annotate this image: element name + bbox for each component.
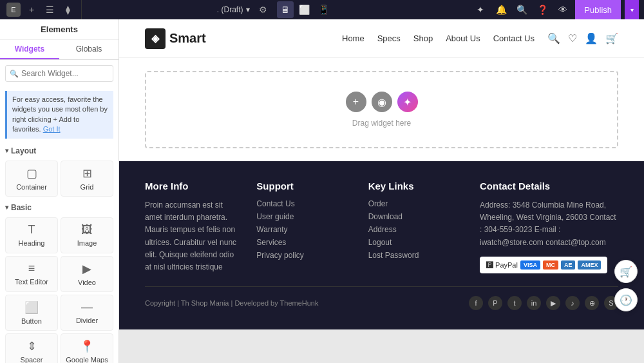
container-icon: ▢ — [26, 166, 37, 181]
draft-selector[interactable]: . (Draft) ▾ — [217, 5, 250, 14]
ai-button[interactable]: ✦ — [397, 92, 418, 112]
google-maps-icon: 📍 — [80, 339, 94, 353]
elementor-logo[interactable]: E — [6, 3, 21, 17]
footer-link-lost-password[interactable]: Lost Password — [368, 251, 460, 260]
float-history-button[interactable]: 🕐 — [614, 288, 638, 311]
footer-grid: More Info Proin accumsan est sit amet in… — [145, 181, 618, 273]
account-nav-icon[interactable]: 👤 — [585, 32, 598, 44]
search-nav-icon[interactable]: 🔍 — [547, 32, 560, 44]
footer-key-links: Order Download Address Logout Lost Passw… — [368, 199, 460, 260]
footer-link-privacy[interactable]: Privacy policy — [256, 251, 348, 260]
social-extra1[interactable]: ⊕ — [585, 296, 599, 310]
nav-shop[interactable]: Shop — [413, 34, 433, 43]
basic-section-label[interactable]: Basic — [0, 199, 118, 215]
widget-video[interactable]: ▶ Video — [61, 256, 113, 292]
widget-grid[interactable]: ⊞ Grid — [61, 161, 113, 197]
theme-icon[interactable]: ⧫ — [61, 3, 75, 17]
layout-widget-grid: ▢ Container ⊞ Grid — [0, 158, 118, 199]
drop-zone-text: Drag widget here — [352, 119, 411, 128]
layers-icon[interactable]: ☰ — [43, 3, 57, 17]
widget-google-maps[interactable]: 📍 Google Maps — [61, 333, 113, 363]
desktop-icon[interactable]: 🖥 — [277, 1, 294, 18]
layout-section-label[interactable]: Layout — [0, 142, 118, 158]
top-bar: E + ☰ ⧫ . (Draft) ▾ ⚙ 🖥 ⬜ 📱 ✦ 🔔 🔍 ❓ 👁 Pu… — [0, 0, 644, 19]
tablet-icon[interactable]: ⬜ — [296, 1, 313, 18]
panel-title: Elements — [0, 19, 118, 40]
payment-box: 🅿 PayPal VISA MC AE AMEX — [480, 257, 607, 273]
social-instagram[interactable]: in — [527, 296, 541, 310]
footer-col-title-key-links: Key Links — [368, 181, 460, 191]
ae-card: AE — [561, 260, 576, 270]
social-pinterest[interactable]: P — [488, 296, 502, 310]
footer-link-order[interactable]: Order — [368, 199, 460, 208]
float-cart-button[interactable]: 🛒 — [614, 260, 638, 283]
widget-divider[interactable]: — Divider — [61, 295, 113, 331]
footer-social: f P t in ▶ ♪ ⊕ S — [469, 296, 618, 310]
social-youtube[interactable]: ▶ — [546, 296, 560, 310]
widget-divider-label: Divider — [76, 317, 98, 324]
publish-button[interactable]: Publish — [575, 0, 621, 19]
widget-text-editor[interactable]: ≡ Text Editor — [5, 256, 58, 292]
top-bar-right: ✦ 🔔 🔍 ❓ 👁 Publish ▾ — [467, 0, 644, 19]
help-icon[interactable]: ❓ — [534, 1, 551, 18]
drop-zone[interactable]: + ◉ ✦ Drag widget here — [145, 71, 618, 148]
footer-link-logout[interactable]: Logout — [368, 238, 460, 247]
social-music[interactable]: ♪ — [565, 296, 580, 310]
magic-icon[interactable]: ✦ — [472, 1, 489, 18]
heading-icon: T — [28, 223, 35, 237]
footer-copyright: Copyright | Th Shop Mania | Developed by… — [145, 299, 318, 307]
social-twitter[interactable]: t — [507, 296, 522, 310]
nav-home[interactable]: Home — [342, 34, 365, 43]
preview-icon[interactable]: 👁 — [554, 1, 571, 18]
button-icon: ⬜ — [24, 300, 39, 315]
footer-link-warranty[interactable]: Warranty — [256, 225, 348, 234]
footer-col-key-links: Key Links Order Download Address Logout … — [368, 181, 460, 273]
settings-icon[interactable]: ⚙ — [256, 3, 270, 17]
text-editor-icon: ≡ — [28, 262, 35, 275]
social-facebook[interactable]: f — [469, 296, 483, 310]
widget-heading[interactable]: T Heading — [5, 217, 58, 253]
add-icon[interactable]: + — [24, 3, 39, 17]
tab-widgets[interactable]: Widgets — [0, 40, 59, 59]
search-widget-input[interactable] — [5, 65, 113, 82]
main-layout: Elements Widgets Globals 🔍 For easy acce… — [0, 19, 644, 363]
widget-button[interactable]: ⬜ Button — [5, 295, 58, 331]
footer-col-contact: Contact Details Address: 3548 Columbia M… — [480, 181, 618, 273]
nav-specs[interactable]: Specs — [377, 34, 401, 43]
wishlist-nav-icon[interactable]: ♡ — [568, 32, 577, 44]
paypal-label: 🅿 PayPal — [486, 261, 518, 269]
widget-heading-label: Heading — [19, 239, 45, 247]
widget-container[interactable]: ▢ Container — [5, 161, 58, 197]
add-template-button[interactable]: ◉ — [372, 92, 392, 112]
search-box-icon: 🔍 — [10, 70, 19, 78]
mobile-icon[interactable]: 📱 — [316, 1, 332, 18]
draft-chevron-icon: ▾ — [246, 5, 250, 14]
footer-link-download[interactable]: Download — [368, 212, 460, 221]
tab-globals[interactable]: Globals — [59, 40, 118, 59]
video-icon: ▶ — [82, 262, 91, 276]
footer-link-services[interactable]: Services — [256, 238, 348, 247]
publish-dropdown-button[interactable]: ▾ — [625, 0, 639, 19]
footer-link-user-guide[interactable]: User guide — [256, 212, 348, 221]
canvas-area[interactable]: ◈ Smart Home Specs Shop About Us Contact… — [119, 19, 644, 363]
left-panel: Elements Widgets Globals 🔍 For easy acce… — [0, 19, 119, 363]
search-icon[interactable]: 🔍 — [513, 1, 530, 18]
footer-link-address[interactable]: Address — [368, 225, 460, 234]
drop-actions: + ◉ ✦ — [346, 92, 418, 112]
widget-spacer[interactable]: ⇕ Spacer — [5, 333, 58, 363]
footer-bottom: Copyright | Th Shop Mania | Developed by… — [145, 286, 618, 310]
footer-contact-text: Address: 3548 Columbia Mine Road, Wheeli… — [480, 199, 618, 249]
widget-container-label: Container — [16, 183, 47, 191]
nav-about[interactable]: About Us — [446, 34, 480, 43]
widget-button-label: Button — [21, 317, 42, 325]
grid-icon: ⊞ — [82, 166, 92, 181]
tip-link[interactable]: Got It — [43, 125, 61, 133]
cart-nav-icon[interactable]: 🛒 — [605, 32, 618, 44]
top-bar-center: . (Draft) ▾ ⚙ 🖥 ⬜ 📱 — [82, 1, 467, 18]
nav-contact[interactable]: Contact Us — [493, 34, 535, 43]
widget-image[interactable]: 🖼 Image — [61, 217, 113, 253]
add-widget-button[interactable]: + — [346, 92, 366, 112]
footer-link-contact-us[interactable]: Contact Us — [256, 199, 348, 208]
site-nav-links: Home Specs Shop About Us Contact Us — [342, 34, 535, 43]
notifications-icon[interactable]: 🔔 — [493, 1, 509, 18]
